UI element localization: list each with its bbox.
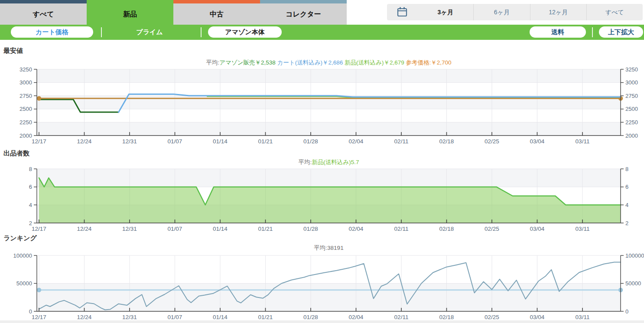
x-tick-label: 12/31 (122, 226, 137, 232)
y-tick-label: 2000 (20, 132, 32, 139)
y-tick-label: 2 (625, 220, 628, 226)
price-average-text: 平均:アマゾン販売￥2,538 カート(送料込み)￥2,686 新品(送料込み)… (37, 59, 621, 67)
sellers-plot-area[interactable] (37, 169, 621, 223)
x-tick-label: 02/18 (439, 226, 454, 232)
y-tick-label: 2500 (625, 106, 638, 112)
y-tick-label: 3000 (625, 79, 638, 86)
x-tick-label: 01/28 (303, 314, 318, 320)
average-segment: 平均: (206, 59, 220, 66)
x-tick-label: 01/21 (258, 314, 273, 320)
x-tick-label: 01/14 (213, 314, 228, 320)
ranking-average-text: 平均:38191 (37, 244, 621, 252)
x-tick-label: 12/31 (122, 314, 137, 320)
x-tick-label: 12/31 (122, 138, 137, 145)
y-tick-label: 3000 (20, 79, 32, 86)
x-tick-label: 12/24 (77, 314, 92, 320)
x-tick-label: 03/04 (530, 138, 545, 145)
x-tick-label: 12/24 (77, 226, 92, 232)
x-tick-label: 12/17 (32, 226, 46, 232)
y-tick-label: 3250 (20, 66, 32, 73)
average-segment: 新品(送料込み)￥2,679 (345, 59, 406, 66)
y-tick-label: 8 (625, 166, 628, 172)
ranking-chart-title: ランキング (3, 234, 37, 242)
x-tick-label: 12/17 (32, 314, 46, 320)
x-tick-label: 01/14 (213, 226, 228, 232)
x-tick-label: 03/11 (576, 314, 590, 320)
x-tick-label: 01/07 (168, 314, 182, 320)
x-tick-label: 02/04 (349, 138, 364, 145)
x-tick-label: 01/21 (258, 226, 273, 232)
y-tick-label: 2500 (20, 106, 32, 112)
x-tick-label: 01/28 (303, 138, 318, 145)
y-tick-label: 6 (29, 184, 32, 190)
sellers-chart-title: 出品者数 (3, 149, 29, 158)
average-segment: 参考価格:￥2,700 (406, 59, 451, 66)
y-tick-label: 4 (625, 202, 628, 208)
y-tick-label: 2250 (20, 119, 32, 126)
x-tick-label: 02/25 (485, 226, 499, 232)
price-plot-area[interactable] (37, 69, 621, 136)
x-tick-label: 02/18 (439, 138, 454, 145)
price-tracker-app: すべて新品中古コレクター 3ヶ月6ヶ月12ヶ月すべて カート価格 プライム アマ… (0, 0, 644, 323)
ranking-chart: 10000010000050000500000012/1712/2412/310… (13, 252, 644, 321)
x-tick-label: 01/14 (213, 138, 228, 145)
sellers-average-text: 平均:新品(送料込み)5.7 (37, 158, 621, 166)
average-segment: 平均:38191 (314, 245, 343, 251)
x-tick-label: 01/21 (258, 138, 273, 145)
average-segment: 平均: (299, 159, 312, 165)
x-tick-label: 12/17 (32, 138, 46, 145)
y-tick-label: 2000 (625, 132, 638, 139)
y-tick-label: 4 (29, 202, 32, 208)
y-tick-label: 50000 (16, 280, 32, 287)
x-tick-label: 02/11 (394, 138, 409, 145)
x-tick-label: 02/04 (349, 314, 364, 320)
x-tick-label: 02/25 (485, 314, 499, 320)
bottom-strip (0, 320, 644, 323)
price-chart-title: 最安値 (3, 47, 23, 55)
y-tick-label: 2750 (625, 93, 638, 99)
x-tick-label: 03/04 (530, 314, 545, 320)
price-chart: 3250325030003000275027502500250022502250… (20, 66, 638, 145)
x-tick-label: 02/11 (394, 314, 409, 320)
x-tick-label: 12/24 (77, 138, 92, 145)
average-segment: 新品(送料込み)5.7 (312, 159, 359, 165)
x-tick-label: 01/07 (168, 226, 182, 232)
y-tick-label: 8 (29, 166, 32, 172)
x-tick-label: 01/28 (303, 226, 318, 232)
x-tick-label: 02/18 (439, 314, 454, 320)
y-tick-label: 6 (625, 184, 628, 190)
x-tick-label: 02/04 (349, 226, 364, 232)
y-tick-label: 3250 (625, 66, 638, 73)
x-tick-label: 03/11 (576, 138, 590, 145)
x-tick-label: 01/07 (168, 138, 182, 145)
y-tick-label: 0 (625, 308, 628, 315)
y-tick-label: 50000 (625, 280, 641, 287)
average-segment: カート(送料込み)￥2,686 (277, 59, 345, 66)
average-segment: アマゾン販売￥2,538 (219, 59, 277, 66)
y-tick-label: 100000 (13, 252, 32, 259)
ranking-plot-area[interactable] (37, 255, 621, 311)
y-tick-label: 2250 (625, 119, 638, 126)
y-tick-label: 2750 (20, 93, 32, 99)
x-tick-label: 03/11 (576, 226, 590, 232)
y-tick-label: 100000 (625, 252, 644, 259)
x-tick-label: 02/25 (485, 138, 499, 145)
x-tick-label: 02/11 (394, 226, 409, 232)
sellers-chart: 8866442212/1712/2412/3101/0701/1401/2101… (29, 166, 628, 233)
x-tick-label: 03/04 (530, 226, 545, 232)
